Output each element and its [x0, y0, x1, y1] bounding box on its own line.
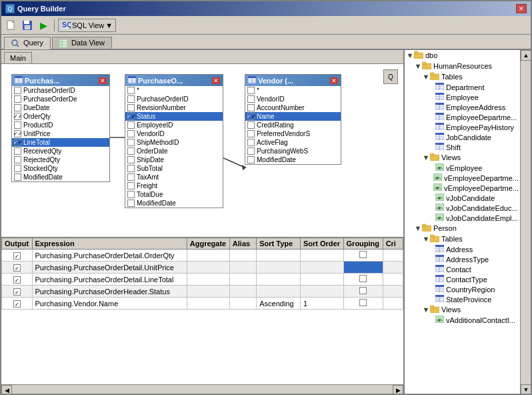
- col-criteria[interactable]: Cri: [383, 238, 403, 250]
- output-cell[interactable]: [2, 250, 33, 262]
- grouping-check[interactable]: [359, 251, 367, 258]
- tree-item-shift[interactable]: Shift: [405, 142, 520, 152]
- field-check[interactable]: [127, 173, 135, 181]
- field-row[interactable]: SubTotal: [125, 164, 223, 173]
- grouping-cell[interactable]: [343, 286, 383, 298]
- field-check[interactable]: [14, 147, 21, 155]
- aggregate-cell[interactable]: [187, 286, 229, 298]
- field-check[interactable]: ✓: [14, 139, 21, 146]
- field-check[interactable]: [127, 87, 135, 94]
- col-sort-order[interactable]: Sort Order: [300, 238, 343, 250]
- tree-item-views-hr[interactable]: ▼ Views: [405, 152, 520, 163]
- field-row[interactable]: ShipDate: [125, 155, 223, 164]
- field-check[interactable]: [127, 121, 135, 129]
- field-row[interactable]: VendorID: [245, 95, 341, 103]
- field-check[interactable]: [127, 95, 135, 103]
- result-row[interactable]: Purchasing.PurchaseOrderHeader.Status: [2, 286, 403, 298]
- result-row[interactable]: Purchasing.PurchaseOrderDetail.OrderQty: [2, 250, 403, 262]
- table1-close-btn[interactable]: ✕: [99, 77, 107, 84]
- sort-type-cell[interactable]: [257, 262, 301, 274]
- field-row[interactable]: TaxAmt: [125, 173, 223, 181]
- tree-item-tables-person[interactable]: ▼ Tables: [405, 234, 520, 244]
- field-row[interactable]: ✓Name: [245, 112, 341, 121]
- sort-type-cell[interactable]: [257, 250, 301, 262]
- result-row-highlight[interactable]: Purchasing.PurchaseOrderDetail.UnitPrice: [2, 262, 403, 274]
- field-check[interactable]: [14, 121, 21, 129]
- scroll-track[interactable]: [12, 385, 393, 395]
- field-check[interactable]: [247, 95, 255, 103]
- grouping-cell[interactable]: [343, 298, 383, 310]
- tree-item-country-region[interactable]: CountryRegion: [405, 284, 520, 294]
- tree-item-humanresources[interactable]: ▼ HumanResources: [405, 61, 520, 71]
- field-row[interactable]: ModifiedDate: [125, 199, 223, 208]
- tree-item-employee-pay[interactable]: EmployeePayHistory: [405, 122, 520, 132]
- tree-scrollbar[interactable]: ▲ ▼: [520, 50, 531, 395]
- field-row[interactable]: ✓LineTotal: [12, 138, 109, 147]
- field-row[interactable]: ShipMethodID: [125, 138, 223, 147]
- tree-item-views-person[interactable]: ▼ Views: [405, 304, 520, 315]
- tab-query[interactable]: Query: [4, 37, 51, 49]
- aggregate-cell[interactable]: [187, 274, 229, 286]
- sort-type-cell[interactable]: [257, 274, 301, 286]
- field-row[interactable]: ModifiedDate: [245, 155, 341, 164]
- field-row[interactable]: VendorID: [125, 129, 223, 138]
- aggregate-cell[interactable]: [187, 250, 229, 262]
- field-check[interactable]: ✓: [14, 130, 21, 137]
- tree-item-contact-type[interactable]: ContactType: [405, 274, 520, 284]
- field-check[interactable]: [247, 104, 255, 111]
- new-button[interactable]: [4, 18, 19, 33]
- results-area[interactable]: Output Expression Aggregate Alias Sort T…: [1, 238, 403, 384]
- tree-item-employee[interactable]: Employee: [405, 92, 520, 102]
- field-check[interactable]: [14, 95, 21, 103]
- sort-type-cell[interactable]: [257, 286, 301, 298]
- output-cell[interactable]: [2, 286, 33, 298]
- field-check[interactable]: [247, 130, 255, 137]
- tree-item-department[interactable]: Department: [405, 82, 520, 92]
- field-check[interactable]: [14, 87, 21, 94]
- tree-item-address-type[interactable]: AddressType: [405, 254, 520, 264]
- tree-item-address[interactable]: Address: [405, 244, 520, 254]
- field-check[interactable]: [127, 156, 135, 163]
- tree-item-employee-dept[interactable]: EmployeeDepartme...: [405, 112, 520, 122]
- field-row[interactable]: DueDate: [12, 103, 109, 112]
- tree-item-tables-hr[interactable]: ▼ Tables: [405, 71, 520, 82]
- col-grouping[interactable]: Grouping: [343, 238, 383, 250]
- sub-tab-main[interactable]: Main: [4, 52, 32, 63]
- field-row[interactable]: ReceivedQty: [12, 147, 109, 155]
- field-row[interactable]: TotalDue: [125, 190, 223, 199]
- criteria-cell[interactable]: [383, 298, 403, 310]
- criteria-cell[interactable]: [383, 262, 403, 274]
- grouping-check[interactable]: [359, 287, 367, 294]
- field-check[interactable]: [127, 182, 135, 189]
- field-row[interactable]: PreferredVendorS: [245, 129, 341, 138]
- tree-item-contact[interactable]: Contact: [405, 264, 520, 274]
- field-row[interactable]: ✓Status: [125, 112, 223, 121]
- aggregate-cell[interactable]: [187, 262, 229, 274]
- field-check[interactable]: [127, 147, 135, 155]
- tree-item-vemployee-dept1[interactable]: vEmployeeDepartme...: [405, 173, 520, 183]
- tree-item-vjobcandidate-edu[interactable]: vJobCandidateEduc...: [405, 203, 520, 213]
- col-aggregate[interactable]: Aggregate: [187, 238, 229, 250]
- field-check[interactable]: [247, 139, 255, 146]
- field-check[interactable]: [127, 191, 135, 198]
- alias-cell[interactable]: [229, 262, 256, 274]
- field-row[interactable]: ModifiedDate: [12, 173, 109, 181]
- criteria-cell[interactable]: [383, 274, 403, 286]
- sort-order-cell[interactable]: [300, 262, 343, 274]
- field-check[interactable]: [247, 156, 255, 163]
- field-row[interactable]: ✓OrderQty: [12, 112, 109, 121]
- grouping-check[interactable]: [359, 275, 367, 282]
- field-row[interactable]: Freight: [125, 181, 223, 190]
- field-check[interactable]: [14, 104, 21, 111]
- sort-order-cell[interactable]: [300, 286, 343, 298]
- output-check[interactable]: [13, 288, 21, 296]
- alias-cell[interactable]: [229, 250, 256, 262]
- field-row[interactable]: PurchaseOrderID: [12, 86, 109, 95]
- output-check[interactable]: [13, 276, 21, 284]
- tree-item-vemployee-dept2[interactable]: vEmployeeDepartme...: [405, 183, 520, 193]
- field-check[interactable]: [14, 165, 21, 172]
- grouping-cell[interactable]: [343, 250, 383, 262]
- field-row[interactable]: OrderDate: [125, 147, 223, 155]
- sort-order-cell[interactable]: [300, 250, 343, 262]
- save-button[interactable]: [20, 18, 35, 33]
